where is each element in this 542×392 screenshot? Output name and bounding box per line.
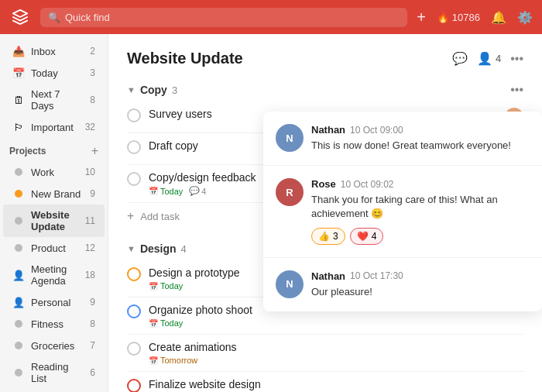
- comment-panel: N Nathan 10 Oct 09:00 This is now done! …: [263, 112, 542, 311]
- task-comments: 💬 4: [189, 186, 206, 196]
- task-row: Create animations 📅 Tomorrow: [127, 335, 523, 372]
- search-icon: 🔍: [48, 12, 60, 23]
- chevron-down-icon: ▼: [127, 244, 136, 253]
- add-project-button[interactable]: + Add Project: [0, 389, 108, 392]
- sidebar-item-readinglist[interactable]: Reading List 6: [3, 356, 105, 389]
- meetingagenda-icon: 👤: [12, 269, 25, 281]
- task-meta: 📅 Today: [149, 318, 523, 328]
- task-content: Finalize website design 📅 Thursday: [149, 378, 523, 392]
- sidebar-item-newbrand[interactable]: New Brand 9: [3, 183, 105, 205]
- task-date: 📅 Today: [149, 187, 183, 196]
- calendar-small-icon: 📅: [149, 187, 158, 195]
- task-checkbox[interactable]: [127, 108, 141, 122]
- readinglist-dot-icon: [12, 366, 25, 379]
- today-icon: 📅: [12, 67, 25, 79]
- sidebar-item-groceries[interactable]: Groceries 7: [3, 335, 105, 356]
- sidebar-item-personal[interactable]: 👤 Personal 9: [3, 291, 105, 313]
- comment-reactions: 👍 3 ❤️ 4: [311, 228, 530, 245]
- content-area: Website Update 💬 👤 4 ••• ▼ Copy 3 •••: [108, 34, 542, 392]
- calendar-small-icon: 📅: [149, 319, 158, 328]
- sidebar-item-inbox[interactable]: 📥 Inbox 2: [3, 40, 105, 62]
- reaction-heart[interactable]: ❤️ 4: [350, 228, 384, 245]
- add-button[interactable]: +: [417, 9, 426, 26]
- task-checkbox[interactable]: [127, 172, 141, 186]
- topbar-actions: + 🔥 10786 🔔 ⚙️: [417, 9, 533, 26]
- groceries-dot-icon: [12, 339, 25, 352]
- task-row: Finalize website design 📅 Thursday: [127, 372, 523, 392]
- calendar-small-icon: 📅: [149, 282, 158, 291]
- app-logo[interactable]: [9, 6, 31, 28]
- task-checkbox[interactable]: [127, 140, 141, 154]
- comment-text: Our pleasure!: [311, 285, 530, 299]
- settings-button[interactable]: ⚙️: [517, 10, 533, 25]
- task-meta: 📅 Tomorrow: [149, 356, 523, 365]
- notifications-button[interactable]: 🔔: [491, 10, 506, 25]
- task-date: 📅 Today: [149, 318, 183, 328]
- comment-body: Nathan 10 Oct 09:00 This is now done! Gr…: [311, 124, 530, 153]
- flame-icon: 🔥: [437, 12, 449, 23]
- quick-find-button[interactable]: 🔍 Quick find: [40, 8, 407, 27]
- work-dot-icon: [12, 166, 25, 178]
- comment-text: Thank you for taking care of this! What …: [311, 193, 530, 221]
- avatar: R: [276, 178, 304, 206]
- comment-header: Nathan 10 Oct 17:30: [311, 270, 530, 282]
- sidebar-item-next7days[interactable]: 🗓 Next 7 Days 8: [3, 84, 105, 116]
- topbar: 🔍 Quick find + 🔥 10786 🔔 ⚙️: [0, 0, 542, 34]
- main-layout: 📥 Inbox 2 📅 Today 3 🗓 Next 7 Days 8 🏳 Im…: [0, 34, 542, 392]
- sidebar-item-product[interactable]: Product 12: [3, 237, 105, 259]
- task-checkbox[interactable]: [127, 267, 141, 281]
- projects-section-header: Projects +: [0, 138, 108, 161]
- comment-header: Rose 10 Oct 09:02: [311, 178, 530, 190]
- websiteupdate-dot-icon: [12, 215, 25, 227]
- product-dot-icon: [12, 242, 25, 254]
- comment-item: N Nathan 10 Oct 17:30 Our pleasure!: [263, 258, 542, 311]
- newbrand-dot-icon: [12, 187, 25, 200]
- task-checkbox[interactable]: [127, 379, 141, 392]
- comment-body: Rose 10 Oct 09:02 Thank you for taking c…: [311, 178, 530, 244]
- sidebar-item-work[interactable]: Work 10: [3, 161, 105, 183]
- reaction-thumbsup[interactable]: 👍 3: [311, 228, 345, 245]
- heart-emoji: ❤️: [357, 231, 369, 242]
- comment-icon[interactable]: 💬: [452, 51, 468, 66]
- task-date: 📅 Today: [149, 281, 183, 291]
- avatar: N: [276, 270, 304, 298]
- comment-header: Nathan 10 Oct 09:00: [311, 124, 530, 136]
- task-content: Create animations 📅 Tomorrow: [149, 341, 523, 365]
- collaborators-icon[interactable]: 👤 4: [477, 51, 501, 66]
- inbox-icon: 📥: [12, 45, 25, 57]
- add-project-icon[interactable]: +: [91, 144, 98, 158]
- sidebar-item-important[interactable]: 🏳 Important 32: [3, 116, 105, 138]
- task-checkbox[interactable]: [127, 304, 141, 318]
- comment-text: This is now done! Great teamwork everyon…: [311, 139, 530, 153]
- task-checkbox[interactable]: [127, 342, 141, 356]
- sidebar-item-websiteupdate[interactable]: Website Update 11: [3, 205, 105, 237]
- calendar-small-icon: 📅: [149, 356, 158, 365]
- karma-count: 10786: [452, 12, 480, 23]
- calendar-icon: 🗓: [12, 94, 25, 106]
- thumbsup-emoji: 👍: [318, 231, 330, 242]
- karma-display[interactable]: 🔥 10786: [437, 12, 480, 23]
- flag-icon: 🏳: [12, 121, 25, 133]
- avatar: N: [276, 124, 304, 152]
- add-task-plus-icon: +: [127, 209, 134, 223]
- comment-body: Nathan 10 Oct 17:30 Our pleasure!: [311, 270, 530, 299]
- comment-item: N Nathan 10 Oct 09:00 This is now done! …: [263, 112, 542, 166]
- comment-item: R Rose 10 Oct 09:02 Thank you for taking…: [263, 166, 542, 257]
- more-options-icon[interactable]: •••: [510, 52, 523, 66]
- sidebar-item-fitness[interactable]: Fitness 8: [3, 313, 105, 335]
- task-date: 📅 Tomorrow: [149, 356, 197, 365]
- fitness-dot-icon: [12, 318, 25, 330]
- content-header: Website Update 💬 👤 4 •••: [108, 34, 542, 77]
- chevron-down-icon: ▼: [127, 85, 136, 95]
- comment-bubble-icon: 💬: [189, 186, 200, 196]
- section-copy-more-icon[interactable]: •••: [510, 83, 523, 97]
- header-actions: 💬 👤 4 •••: [452, 51, 523, 66]
- sidebar-item-meetingagenda[interactable]: 👤 Meeting Agenda 18: [3, 259, 105, 291]
- person-icon: 👤: [477, 51, 492, 66]
- page-title: Website Update: [127, 50, 452, 67]
- personal-icon: 👤: [12, 296, 25, 308]
- section-copy-header[interactable]: ▼ Copy 3 •••: [127, 77, 523, 101]
- sidebar: 📥 Inbox 2 📅 Today 3 🗓 Next 7 Days 8 🏳 Im…: [0, 34, 108, 392]
- search-label: Quick find: [65, 12, 110, 23]
- sidebar-item-today[interactable]: 📅 Today 3: [3, 62, 105, 84]
